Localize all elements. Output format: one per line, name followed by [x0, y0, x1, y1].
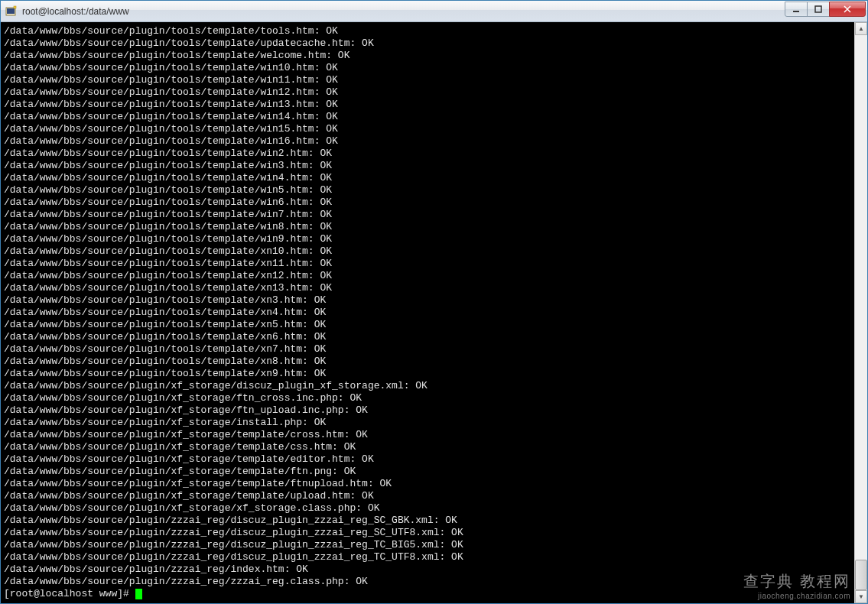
- window-title: root@localhost:/data/www: [22, 6, 867, 17]
- svg-rect-4: [815, 6, 821, 12]
- putty-icon: [5, 5, 18, 18]
- terminal-line: /data/www/bbs/source/plugin/tools/templa…: [4, 343, 854, 356]
- terminal-line: /data/www/bbs/source/plugin/xf_storage/i…: [4, 417, 854, 429]
- vertical-scrollbar: ▲ ▼: [854, 22, 867, 603]
- close-button[interactable]: [829, 2, 866, 17]
- terminal-line: /data/www/bbs/source/plugin/tools/templa…: [4, 368, 854, 380]
- terminal-area: /data/www/bbs/source/plugin/tools/templa…: [1, 22, 867, 603]
- svg-rect-3: [793, 11, 799, 12]
- terminal-line: /data/www/bbs/source/plugin/xf_storage/t…: [4, 466, 854, 478]
- terminal-line: /data/www/bbs/source/plugin/tools/templa…: [4, 331, 854, 343]
- terminal-line: /data/www/bbs/source/plugin/tools/templa…: [4, 294, 854, 307]
- terminal-line: /data/www/bbs/source/plugin/tools/templa…: [4, 37, 854, 50]
- terminal-line: /data/www/bbs/source/plugin/tools/templa…: [4, 221, 854, 233]
- window-controls: [785, 2, 866, 17]
- terminal-line: /data/www/bbs/source/plugin/tools/templa…: [4, 356, 854, 368]
- terminal-line: /data/www/bbs/source/plugin/tools/templa…: [4, 319, 854, 331]
- terminal-line: /data/www/bbs/source/plugin/tools/templa…: [4, 160, 854, 172]
- terminal-line: /data/www/bbs/source/plugin/tools/templa…: [4, 209, 854, 221]
- terminal-line: /data/www/bbs/source/plugin/zzzai_reg/di…: [4, 527, 854, 539]
- scrollbar-thumb[interactable]: [855, 560, 867, 590]
- terminal-line: /data/www/bbs/source/plugin/tools/templa…: [4, 282, 854, 294]
- terminal-line: /data/www/bbs/source/plugin/zzzai_reg/di…: [4, 551, 854, 563]
- terminal-line: /data/www/bbs/source/plugin/tools/templa…: [4, 307, 854, 319]
- terminal-line: /data/www/bbs/source/plugin/zzzai_reg/di…: [4, 539, 854, 551]
- terminal-line: /data/www/bbs/source/plugin/tools/templa…: [4, 196, 854, 209]
- terminal-line: /data/www/bbs/source/plugin/tools/templa…: [4, 172, 854, 184]
- terminal-line: /data/www/bbs/source/plugin/tools/templa…: [4, 233, 854, 245]
- terminal-prompt: [root@localhost www]#: [4, 588, 854, 600]
- terminal-line: /data/www/bbs/source/plugin/tools/templa…: [4, 62, 854, 74]
- terminal-line: /data/www/bbs/source/plugin/zzzai_reg/in…: [4, 563, 854, 576]
- terminal-line: /data/www/bbs/source/plugin/tools/templa…: [4, 245, 854, 258]
- svg-rect-2: [14, 6, 16, 8]
- scroll-up-button[interactable]: ▲: [855, 22, 867, 35]
- terminal-content[interactable]: /data/www/bbs/source/plugin/tools/templa…: [1, 22, 854, 603]
- terminal-line: /data/www/bbs/source/plugin/tools/templa…: [4, 86, 854, 99]
- scrollbar-track[interactable]: [855, 35, 867, 590]
- terminal-line: /data/www/bbs/source/plugin/tools/templa…: [4, 135, 854, 148]
- terminal-line: /data/www/bbs/source/plugin/xf_storage/t…: [4, 478, 854, 490]
- terminal-line: /data/www/bbs/source/plugin/tools/templa…: [4, 111, 854, 123]
- terminal-line: /data/www/bbs/source/plugin/tools/templa…: [4, 99, 854, 111]
- terminal-line: /data/www/bbs/source/plugin/tools/templa…: [4, 123, 854, 135]
- putty-window: root@localhost:/data/www /data/www/bbs/s…: [0, 0, 868, 604]
- maximize-button[interactable]: [807, 2, 830, 17]
- terminal-line: /data/www/bbs/source/plugin/tools/templa…: [4, 270, 854, 282]
- svg-rect-1: [7, 8, 15, 14]
- terminal-line: /data/www/bbs/source/plugin/zzzai_reg/di…: [4, 515, 854, 527]
- terminal-line: /data/www/bbs/source/plugin/tools/templa…: [4, 184, 854, 196]
- terminal-line: /data/www/bbs/source/plugin/tools/templa…: [4, 148, 854, 160]
- terminal-line: /data/www/bbs/source/plugin/tools/templa…: [4, 74, 854, 86]
- terminal-line: /data/www/bbs/source/plugin/tools/templa…: [4, 25, 854, 37]
- terminal-line: /data/www/bbs/source/plugin/tools/templa…: [4, 258, 854, 270]
- scroll-down-button[interactable]: ▼: [855, 590, 867, 603]
- terminal-line: /data/www/bbs/source/plugin/xf_storage/x…: [4, 502, 854, 515]
- terminal-line: /data/www/bbs/source/plugin/tools/templa…: [4, 50, 854, 62]
- titlebar[interactable]: root@localhost:/data/www: [1, 1, 867, 22]
- terminal-line: /data/www/bbs/source/plugin/xf_storage/t…: [4, 441, 854, 453]
- terminal-line: /data/www/bbs/source/plugin/xf_storage/d…: [4, 380, 854, 392]
- terminal-line: /data/www/bbs/source/plugin/xf_storage/t…: [4, 429, 854, 441]
- terminal-line: /data/www/bbs/source/plugin/zzzai_reg/zz…: [4, 576, 854, 588]
- terminal-line: /data/www/bbs/source/plugin/xf_storage/f…: [4, 404, 854, 417]
- terminal-line: /data/www/bbs/source/plugin/xf_storage/t…: [4, 453, 854, 466]
- terminal-line: /data/www/bbs/source/plugin/xf_storage/t…: [4, 490, 854, 502]
- cursor: [135, 589, 142, 599]
- terminal-line: /data/www/bbs/source/plugin/xf_storage/f…: [4, 392, 854, 404]
- minimize-button[interactable]: [785, 2, 808, 17]
